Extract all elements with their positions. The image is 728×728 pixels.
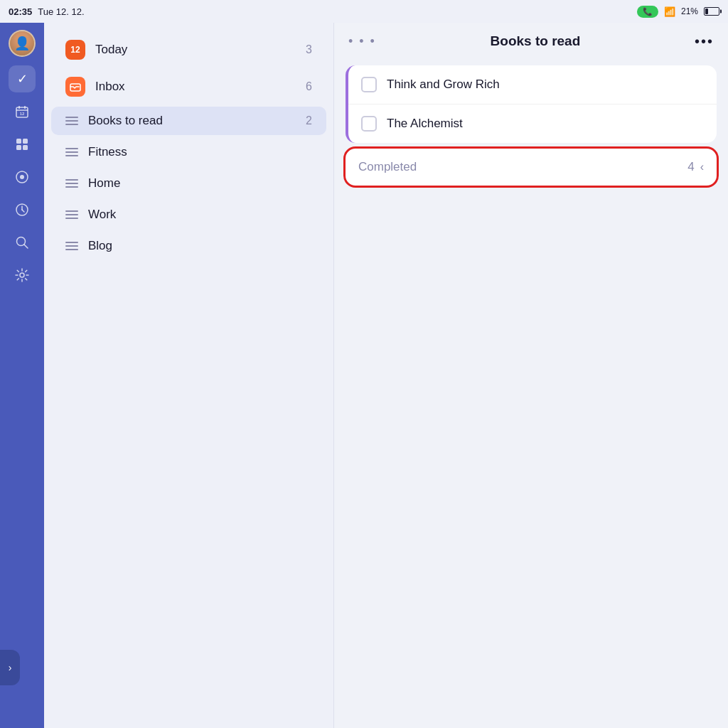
content-title: Books to read (491, 33, 581, 49)
collapse-button[interactable]: › (0, 650, 44, 685)
svg-rect-7 (16, 145, 21, 150)
today-icon: 12 (65, 40, 85, 60)
sidebar-label-today: Today (95, 43, 296, 57)
sidebar-label-fitness: Fitness (88, 145, 302, 159)
battery-fill (705, 9, 708, 14)
sidebar-item-books[interactable]: Books to read 2 (51, 107, 326, 135)
sidebar-item-inbox[interactable]: Inbox 6 (51, 70, 326, 104)
sidebar-label-blog: Blog (88, 239, 302, 253)
completed-right: 4 ‹ (687, 160, 704, 174)
sidebar-item-today[interactable]: 12 Today 3 (51, 33, 326, 67)
battery-bar (704, 7, 719, 16)
main-layout: 👤 ✓ 12 (0, 23, 728, 728)
status-bar-left: 02:35 Tue 12. 12. (9, 6, 85, 17)
sidebar-item-work[interactable]: Work (51, 200, 326, 229)
list-icon-home (65, 179, 78, 188)
far-left-nav: 👤 ✓ 12 (0, 23, 44, 728)
inbox-icon (65, 77, 85, 97)
sidebar-item-home[interactable]: Home (51, 169, 326, 198)
svg-text:12: 12 (20, 112, 25, 116)
status-bar-right: 📞 📶 21% (637, 6, 719, 18)
task-text-1: Think and Grow Rich (387, 77, 500, 92)
task-item-1: Think and Grow Rich (348, 65, 717, 105)
nav-clock[interactable] (9, 196, 36, 223)
svg-line-15 (24, 245, 28, 248)
status-bar: 02:35 Tue 12. 12. 📞 📶 21% (0, 0, 728, 23)
wifi-icon: 📶 (664, 6, 675, 17)
task-item-2: The Alchemist (348, 105, 717, 143)
sidebar-label-inbox: Inbox (95, 80, 296, 94)
list-icon-books (65, 117, 78, 125)
nav-grid[interactable] (9, 131, 36, 158)
collapse-pill[interactable]: › (0, 650, 20, 685)
list-icon-blog (65, 242, 78, 250)
battery-percent: 21% (681, 6, 698, 16)
svg-rect-6 (23, 139, 28, 144)
sidebar-count-books: 2 (306, 114, 312, 127)
avatar-image: 👤 (10, 31, 34, 55)
main-content: • • • Books to read ••• Think and Grow R… (334, 23, 728, 728)
collapse-chevron: › (9, 662, 12, 673)
nav-calendar[interactable]: 12 (9, 98, 36, 125)
nav-settings[interactable] (9, 262, 36, 289)
sidebar-count-today: 3 (306, 43, 312, 56)
status-time: 02:35 (9, 6, 32, 17)
completed-section[interactable]: Completed 4 ‹ (346, 149, 717, 186)
content-header: • • • Books to read ••• (334, 23, 728, 60)
completed-label: Completed (358, 160, 417, 174)
svg-point-10 (20, 175, 24, 179)
list-icon-work (65, 210, 78, 219)
task-text-2: The Alchemist (387, 117, 463, 131)
sidebar-item-fitness[interactable]: Fitness (51, 138, 326, 166)
sidebar: 12 Today 3 Inbox 6 Books to read 2 (44, 23, 334, 728)
header-dots: • • • (348, 34, 376, 49)
svg-point-16 (20, 273, 24, 277)
phone-icon: 📞 (637, 6, 658, 18)
status-date: Tue 12. 12. (38, 6, 84, 17)
more-options-button[interactable]: ••• (695, 33, 714, 50)
sidebar-label-work: Work (88, 208, 302, 222)
list-icon-fitness (65, 148, 78, 156)
task-list: Think and Grow Rich The Alchemist (346, 65, 717, 143)
completed-count: 4 (687, 160, 694, 174)
svg-rect-5 (16, 139, 21, 144)
task-checkbox-1[interactable] (361, 77, 377, 92)
nav-search[interactable] (9, 229, 36, 256)
completed-chevron-icon: ‹ (700, 161, 704, 173)
task-checkbox-2[interactable] (361, 116, 377, 132)
nav-checkmark[interactable]: ✓ (9, 65, 36, 92)
avatar[interactable]: 👤 (9, 30, 36, 57)
sidebar-count-inbox: 6 (306, 80, 312, 93)
content-body: Think and Grow Rich The Alchemist Comple… (334, 60, 728, 728)
sidebar-label-home: Home (88, 176, 302, 191)
nav-circle[interactable] (9, 164, 36, 191)
sidebar-label-books: Books to read (88, 114, 296, 128)
sidebar-item-blog[interactable]: Blog (51, 232, 326, 260)
svg-rect-8 (23, 145, 28, 150)
svg-line-13 (22, 210, 24, 212)
